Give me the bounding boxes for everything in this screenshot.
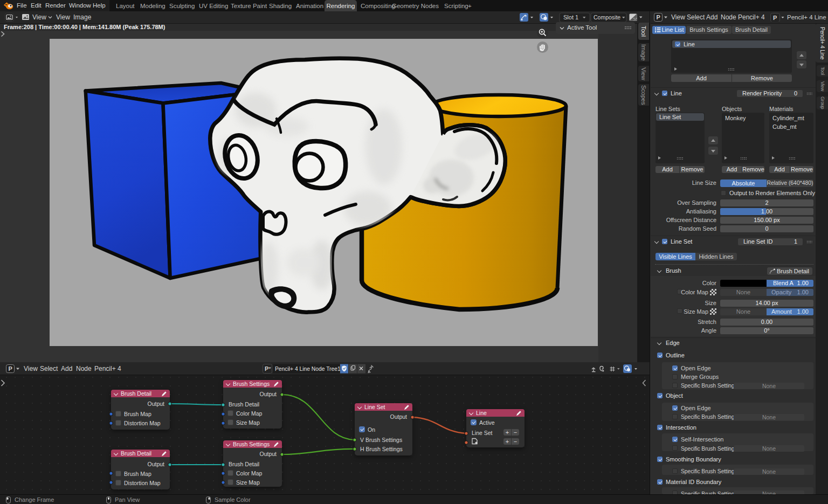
svg-text:Pencil+ 4 Line Node Tree1: Pencil+ 4 Line Node Tree1: [275, 366, 341, 372]
svg-text:Slot 1: Slot 1: [563, 14, 578, 20]
svg-text:P: P: [773, 15, 777, 21]
svg-text:P: P: [657, 14, 660, 20]
svg-text:P: P: [9, 365, 12, 372]
svg-text:P: P: [265, 365, 268, 372]
svg-text:Composite: Composite: [594, 14, 620, 20]
